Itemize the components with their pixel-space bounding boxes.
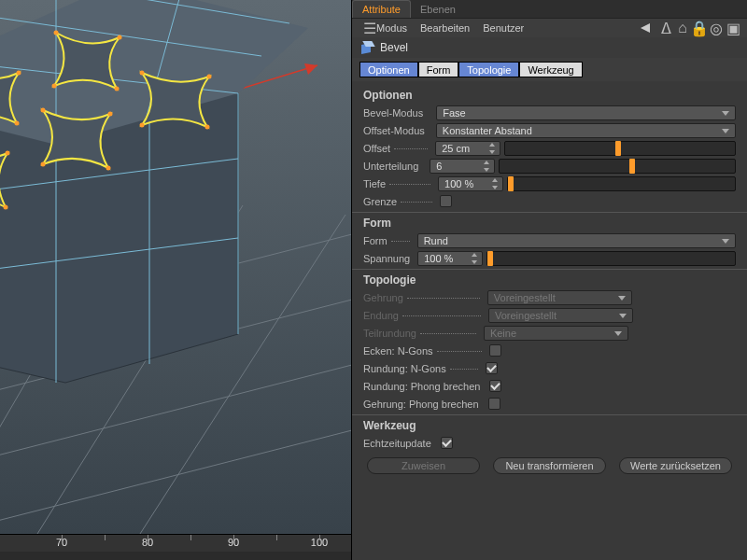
- check-echtzeit[interactable]: [441, 437, 453, 449]
- combo-gehrung: Voreingestellt: [487, 290, 632, 305]
- svg-point-36: [17, 71, 21, 76]
- section-topologie: Topologie: [352, 269, 747, 288]
- svg-point-38: [6, 151, 10, 156]
- label-endung: Endung: [363, 310, 485, 321]
- svg-point-39: [4, 205, 8, 210]
- btn-werte-zuruecksetzen[interactable]: Werte zurücksetzen: [619, 457, 732, 474]
- combo-offset-modus[interactable]: Konstanter Abstand: [436, 123, 736, 138]
- label-tiefe: Tiefe: [363, 178, 434, 189]
- label-form: Form: [363, 235, 414, 246]
- field-spannung[interactable]: 100 %: [417, 251, 483, 266]
- slider-offset[interactable]: [504, 141, 736, 156]
- check-rundung-phong[interactable]: [489, 380, 501, 392]
- label-spannung: Spannung: [363, 253, 410, 264]
- home-icon[interactable]: ⌂: [676, 21, 689, 35]
- combo-form[interactable]: Rund: [417, 233, 736, 248]
- svg-point-30: [140, 123, 145, 128]
- up-icon[interactable]: ᐃ: [659, 21, 672, 35]
- subtab-optionen[interactable]: Optionen: [359, 62, 418, 77]
- menu-bearbeiten[interactable]: Bearbeiten: [420, 22, 470, 34]
- tab-attribute[interactable]: Attribute: [352, 0, 411, 18]
- check-grenze[interactable]: [440, 195, 452, 207]
- combo-bevel-modus[interactable]: Fase: [436, 105, 736, 120]
- slider-spannung[interactable]: [486, 251, 736, 266]
- bevel-tool-icon: [359, 40, 374, 55]
- label-rundung-ngons: Rundung: N-Gons: [363, 363, 482, 374]
- svg-point-34: [41, 162, 46, 167]
- svg-marker-8: [304, 63, 317, 75]
- field-tiefe[interactable]: 100 %: [438, 176, 503, 191]
- btn-zuweisen: Zuweisen: [367, 457, 480, 474]
- svg-point-25: [115, 87, 120, 91]
- label-bevel-modus: Bevel-Modus: [363, 107, 423, 119]
- menu-modus[interactable]: Modus: [376, 22, 407, 34]
- btn-neu-transformieren[interactable]: Neu transformieren: [493, 457, 606, 474]
- label-grenze: Grenze: [363, 196, 436, 207]
- label-offset-modus: Offset-Modus: [363, 125, 425, 136]
- section-werkzeug: Werkzeug: [352, 414, 747, 434]
- svg-point-29: [205, 125, 210, 130]
- subtab-topologie[interactable]: Topologie: [458, 62, 519, 77]
- tab-ebenen[interactable]: Ebenen: [411, 1, 465, 18]
- svg-point-31: [41, 108, 46, 113]
- svg-point-32: [108, 112, 113, 117]
- section-optionen: Optionen: [352, 85, 747, 104]
- attribute-panel: Attribute Ebenen ☰ Modus Bearbeiten Benu…: [351, 0, 747, 560]
- menu-benutzer[interactable]: Benutzer: [483, 22, 524, 34]
- label-gehrung-phong: Gehrung: Phong brechen: [363, 399, 479, 410]
- svg-point-24: [118, 35, 122, 40]
- subtab-werkzeug[interactable]: Werkzeug: [519, 62, 582, 77]
- slider-tiefe[interactable]: [507, 176, 736, 191]
- svg-point-26: [52, 84, 57, 89]
- svg-line-3: [0, 420, 351, 532]
- check-rundung-ngons[interactable]: [486, 362, 498, 374]
- object-name: Bevel: [380, 41, 408, 54]
- new-window-icon[interactable]: ▣: [726, 21, 740, 35]
- label-teilrundung: Teilrundung: [363, 328, 480, 339]
- combo-teilrundung: Keine: [484, 326, 628, 341]
- field-unterteilung[interactable]: 6: [430, 159, 495, 174]
- combo-endung: Voreingestellt: [488, 308, 633, 323]
- label-echtzeit: Echtzeitupdate: [363, 438, 431, 449]
- lock-icon[interactable]: 🔒: [693, 21, 706, 35]
- svg-point-27: [140, 71, 145, 76]
- label-gehrung: Gehrung: [363, 292, 484, 303]
- subtab-form[interactable]: Form: [418, 62, 459, 77]
- timeline-ruler[interactable]: 70 80 90 100: [0, 534, 351, 560]
- label-offset: Offset: [363, 143, 431, 154]
- object-header[interactable]: Bevel: [352, 37, 747, 58]
- nav-back-icon[interactable]: [641, 23, 650, 33]
- svg-point-37: [15, 121, 20, 126]
- svg-point-33: [106, 166, 111, 171]
- field-offset[interactable]: 25 cm: [435, 141, 500, 156]
- check-gehrung-phong[interactable]: [488, 398, 500, 410]
- svg-point-23: [54, 31, 59, 35]
- viewport-3d[interactable]: [0, 0, 351, 534]
- section-form: Form: [352, 212, 747, 231]
- svg-point-28: [207, 75, 212, 79]
- label-rundung-phong: Rundung: Phong brechen: [363, 381, 480, 392]
- dropdown-icon[interactable]: ☰: [363, 21, 376, 35]
- slider-unterteilung[interactable]: [499, 159, 736, 174]
- target-icon[interactable]: ◎: [710, 21, 723, 35]
- label-ecken-ngons: Ecken: N-Gons: [363, 345, 486, 357]
- label-unterteilung: Unterteilung: [363, 161, 418, 172]
- check-ecken-ngons[interactable]: [489, 344, 501, 357]
